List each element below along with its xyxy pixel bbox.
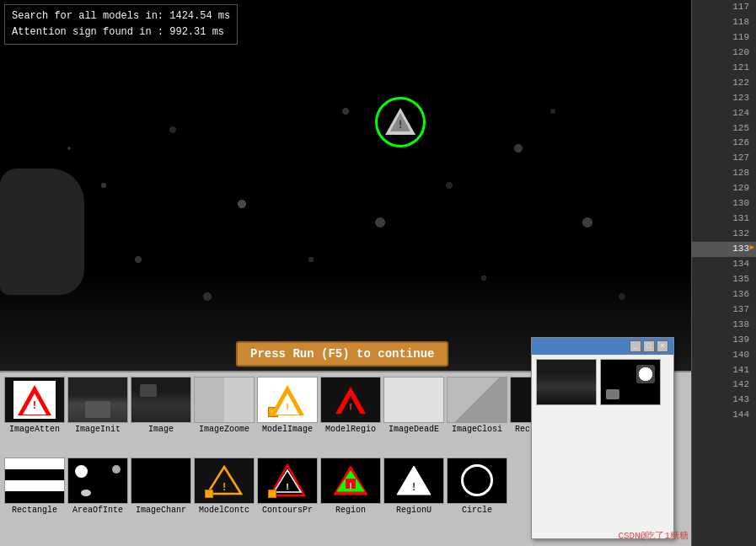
tool-label-imagechanr: ImageChanr xyxy=(131,506,191,515)
tool-thumb-region: ! xyxy=(320,458,381,504)
line-num-143: 143 xyxy=(692,393,756,408)
tool-thumb-circle xyxy=(447,458,507,504)
tool-thumb-modelcontc: ! xyxy=(194,458,255,504)
line-num-130: 130 xyxy=(692,196,756,211)
tool-thumb-imagechanr xyxy=(131,458,191,504)
line-num-119: 119 xyxy=(692,30,756,46)
tool-contourspr[interactable]: ! ContoursPr xyxy=(257,458,318,536)
tool-imagechanr[interactable]: ImageChanr xyxy=(131,458,191,536)
line-num-137: 137 xyxy=(692,302,756,318)
press-run-label: Press Run (F5) to continue xyxy=(250,347,434,361)
scene-leftblob xyxy=(0,169,84,295)
tool-rectangle[interactable]: Rectangle xyxy=(4,458,65,536)
tool-areaofinte[interactable]: AreaOfInte xyxy=(67,458,128,536)
watermark-text: CSDN@吃了1糖糖 xyxy=(618,531,689,541)
tool-label-image: Image xyxy=(131,425,191,434)
tool-thumb-modelimage: ! M xyxy=(257,377,318,423)
scene: ! Search for all models in: 1424.54 ms A… xyxy=(0,0,691,371)
small-dialog: _ □ × xyxy=(531,337,674,539)
tool-imagedeade[interactable]: ImageDeadE xyxy=(383,377,444,455)
svg-text:!: ! xyxy=(348,481,354,491)
line-num-129: 129 xyxy=(692,181,756,196)
tool-image[interactable]: Image xyxy=(131,377,191,455)
tool-imageinit[interactable]: ImageInit xyxy=(67,377,128,455)
line-num-131: 131 xyxy=(692,211,756,227)
tool-label-rectangle: Rectangle xyxy=(4,506,65,515)
tool-regionu[interactable]: ! RegionU xyxy=(383,458,444,536)
tool-label-imageinit: ImageInit xyxy=(67,425,128,434)
attention-sign-highlight: ! xyxy=(375,97,426,147)
tool-modelimage[interactable]: ! M ModelImage xyxy=(257,377,318,455)
line-num-128: 128 xyxy=(692,166,756,181)
tool-thumb-image xyxy=(131,377,191,423)
tool-label-contourspr: ContoursPr xyxy=(257,506,318,515)
tool-thumb-imagedeade xyxy=(383,377,444,423)
tool-imageatter[interactable]: ! ImageAtten xyxy=(4,377,65,455)
svg-text:!: ! xyxy=(410,482,416,494)
line-num-141: 141 xyxy=(692,363,756,378)
tool-modelcontc[interactable]: ! ModelContc xyxy=(194,458,255,536)
line-num-126: 126 xyxy=(692,136,756,151)
tool-thumb-modelregio: ! xyxy=(320,377,381,423)
line-num-122: 122 xyxy=(692,76,756,91)
dialog-close-button[interactable]: × xyxy=(657,340,668,352)
dialog-content xyxy=(532,355,673,410)
dialog-thumb-2 xyxy=(600,359,661,405)
line-num-136: 136 xyxy=(692,287,756,302)
tool-modelregio[interactable]: ! ModelRegio xyxy=(320,377,381,455)
tool-circle[interactable]: Circle xyxy=(447,458,507,536)
tool-label-region: Region xyxy=(320,506,381,515)
info-overlay: Search for all models in: 1424.54 ms Att… xyxy=(4,4,238,45)
line-numbers-panel: 117 118 119 120 121 122 123 124 125 126 … xyxy=(691,0,756,546)
line-num-125: 125 xyxy=(692,121,756,136)
dialog-minimize-button[interactable]: _ xyxy=(630,340,641,352)
line-num-139: 139 xyxy=(692,333,756,348)
line-num-134: 134 xyxy=(692,257,756,272)
dialog-thumb-1 xyxy=(536,359,597,405)
main-canvas: ! Search for all models in: 1424.54 ms A… xyxy=(0,0,691,371)
tool-thumb-imagezoome xyxy=(194,377,255,423)
dialog-maximize-button[interactable]: □ xyxy=(643,340,655,352)
tool-imageclosi[interactable]: ImageClosi xyxy=(447,377,507,455)
tool-label-imagezoome: ImageZoome xyxy=(194,425,255,434)
line-num-144: 144 xyxy=(692,408,756,423)
attention-time-text: Attention sign found in : 992.31 ms xyxy=(12,24,230,40)
tool-label-areaofinte: AreaOfInte xyxy=(67,506,128,515)
press-run-overlay: Press Run (F5) to continue xyxy=(236,341,448,367)
tool-imagezoome[interactable]: ImageZoome xyxy=(194,377,255,455)
line-num-142: 142 xyxy=(692,377,756,393)
line-num-132: 132 xyxy=(692,227,756,242)
tool-region[interactable]: ! Region xyxy=(320,458,381,536)
tool-thumb-areaofinte xyxy=(67,458,128,504)
line-num-138: 138 xyxy=(692,318,756,333)
dialog-titlebar: _ □ × xyxy=(532,338,673,355)
line-num-117: 117 xyxy=(692,0,756,15)
tool-thumb-contourspr: ! xyxy=(257,458,318,504)
tool-label-imageclosi: ImageClosi xyxy=(447,425,507,434)
line-num-140: 140 xyxy=(692,348,756,363)
line-num-118: 118 xyxy=(692,15,756,30)
tool-label-modelcontc: ModelContc xyxy=(194,506,255,515)
tool-label-imageatter: ImageAtten xyxy=(4,425,65,434)
tool-label-circle: Circle xyxy=(447,506,507,515)
line-num-127: 127 xyxy=(692,151,756,166)
svg-text:!: ! xyxy=(221,482,227,494)
watermark: CSDN@吃了1糖糖 xyxy=(618,529,689,542)
line-num-133: 133 xyxy=(692,242,756,257)
line-num-120: 120 xyxy=(692,46,756,61)
line-num-121: 121 xyxy=(692,61,756,76)
tool-label-modelregio: ModelRegio xyxy=(320,425,381,434)
tool-label-imagedeade: ImageDeadE xyxy=(383,425,444,434)
line-num-124: 124 xyxy=(692,106,756,121)
attention-sign-inner: ! xyxy=(383,104,418,140)
tool-thumb-imageinit xyxy=(67,377,128,423)
tool-thumb-rectangle xyxy=(4,458,65,504)
line-num-135: 135 xyxy=(692,272,756,287)
tool-thumb-regionu: ! xyxy=(383,458,444,504)
svg-text:!: ! xyxy=(285,482,291,492)
line-num-123: 123 xyxy=(692,91,756,106)
tool-thumb-imageatter: ! xyxy=(4,377,65,423)
search-time-text: Search for all models in: 1424.54 ms xyxy=(12,8,230,24)
tool-label-modelimage: ModelImage xyxy=(257,425,318,434)
tool-label-regionu: RegionU xyxy=(383,506,444,515)
